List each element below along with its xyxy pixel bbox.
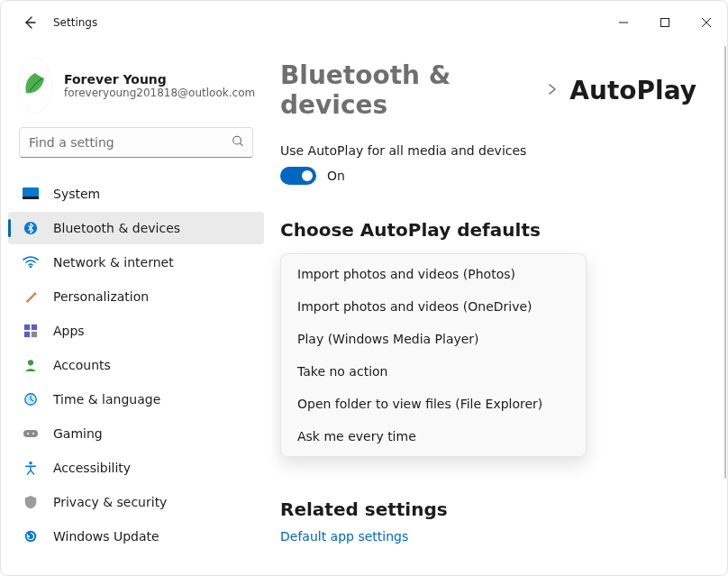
sidebar-item-label: Accounts: [53, 358, 111, 372]
sidebar-item-label: Personalization: [53, 289, 149, 304]
svg-rect-9: [32, 332, 37, 337]
profile-email: foreveryoung201818@outlook.com: [64, 87, 255, 99]
profile-text: Forever Young foreveryoung201818@outlook…: [64, 72, 255, 99]
sidebar-item-personalization[interactable]: Personalization: [8, 280, 264, 313]
sidebar: Forever Young foreveryoung201818@outlook…: [1, 44, 271, 575]
chevron-right-icon: [546, 82, 559, 99]
sidebar-item-label: Time & language: [53, 392, 160, 407]
person-icon: [23, 357, 39, 373]
svg-rect-6: [24, 325, 30, 330]
menu-item[interactable]: Import photos and videos (OneDrive): [281, 290, 586, 323]
svg-point-5: [30, 266, 32, 269]
svg-point-13: [27, 433, 29, 434]
system-icon: [23, 186, 39, 202]
close-icon: [702, 18, 711, 27]
titlebar: Settings: [1, 1, 727, 44]
svg-rect-0: [661, 19, 669, 27]
minimize-icon: [619, 18, 628, 27]
svg-point-14: [32, 433, 34, 434]
settings-window: Settings Fo: [0, 0, 728, 576]
profile-block[interactable]: Forever Young foreveryoung201818@outlook…: [1, 51, 271, 127]
sidebar-item-bluetooth-devices[interactable]: Bluetooth & devices: [8, 212, 264, 244]
autoplay-toggle-row: On: [280, 167, 696, 185]
sidebar-item-label: Bluetooth & devices: [53, 221, 180, 235]
update-icon: [23, 528, 39, 544]
default-app-settings-link[interactable]: Default app settings: [280, 529, 408, 544]
svg-point-16: [25, 531, 36, 542]
clock-globe-icon: [23, 391, 39, 407]
menu-item[interactable]: Ask me every time: [281, 420, 586, 453]
maximize-icon: [660, 18, 669, 27]
profile-name: Forever Young: [64, 72, 255, 87]
sidebar-item-windows-update[interactable]: Windows Update: [8, 520, 264, 553]
use-autoplay-label: Use AutoPlay for all media and devices: [280, 143, 696, 158]
sidebar-item-label: Apps: [53, 324, 85, 338]
svg-rect-8: [24, 332, 30, 337]
autoplay-toggle[interactable]: [280, 167, 316, 185]
paintbrush-icon: [23, 288, 39, 305]
maximize-button[interactable]: [644, 8, 686, 37]
search-icon: [232, 134, 244, 151]
sidebar-item-label: Accessibility: [53, 461, 131, 475]
sidebar-item-label: Windows Update: [53, 529, 159, 544]
scrollbar-thumb[interactable]: [724, 46, 726, 479]
autoplay-defaults-dropdown[interactable]: Import photos and videos (Photos) Import…: [280, 253, 587, 462]
sidebar-item-label: System: [53, 187, 100, 201]
sidebar-item-accessibility[interactable]: Accessibility: [8, 452, 264, 484]
avatar: [19, 59, 51, 113]
back-button[interactable]: [15, 8, 44, 37]
apps-icon: [23, 323, 39, 339]
svg-rect-12: [23, 430, 38, 437]
leaf-icon: [19, 69, 51, 102]
shield-icon: [23, 494, 39, 510]
back-arrow-icon: [23, 15, 37, 30]
main-content: Bluetooth & devices AutoPlay Use AutoPla…: [271, 44, 727, 575]
nav-list: System Bluetooth & devices Network & int…: [1, 167, 271, 575]
sidebar-item-system[interactable]: System: [8, 178, 264, 210]
related-heading: Related settings: [280, 498, 696, 520]
search-box: [19, 127, 253, 158]
autoplay-toggle-state: On: [327, 169, 345, 183]
window-title: Settings: [53, 16, 97, 29]
svg-point-1: [233, 136, 241, 144]
window-controls: [603, 8, 727, 37]
sidebar-item-label: Privacy & security: [53, 495, 167, 509]
sidebar-item-accounts[interactable]: Accounts: [8, 349, 264, 381]
sidebar-item-gaming[interactable]: Gaming: [8, 417, 264, 450]
sidebar-item-apps[interactable]: Apps: [8, 315, 264, 347]
menu-item[interactable]: Take no action: [281, 355, 586, 388]
sidebar-item-time-language[interactable]: Time & language: [8, 383, 264, 416]
sidebar-item-label: Network & internet: [53, 255, 174, 270]
sidebar-item-privacy-security[interactable]: Privacy & security: [8, 486, 264, 518]
wifi-icon: [23, 254, 39, 270]
sidebar-item-label: Gaming: [53, 426, 103, 441]
bluetooth-icon: [23, 220, 39, 236]
svg-rect-3: [23, 197, 39, 199]
svg-rect-7: [32, 325, 37, 330]
svg-point-15: [29, 462, 32, 465]
search-input[interactable]: [19, 127, 253, 158]
menu-item[interactable]: Play (Windows Media Player): [281, 323, 586, 355]
autoplay-options-menu: Import photos and videos (Photos) Import…: [280, 253, 587, 457]
sidebar-item-network[interactable]: Network & internet: [8, 246, 264, 279]
gamepad-icon: [23, 425, 39, 442]
menu-item[interactable]: Import photos and videos (Photos): [281, 258, 586, 290]
minimize-button[interactable]: [603, 8, 644, 37]
breadcrumb-parent[interactable]: Bluetooth & devices: [280, 60, 535, 120]
breadcrumb-current: AutoPlay: [569, 76, 696, 105]
defaults-heading: Choose AutoPlay defaults: [280, 219, 696, 241]
breadcrumb: Bluetooth & devices AutoPlay: [280, 60, 696, 120]
close-button[interactable]: [686, 8, 727, 37]
menu-item[interactable]: Open folder to view files (File Explorer…: [281, 388, 586, 420]
accessibility-icon: [23, 460, 39, 476]
svg-point-10: [28, 360, 33, 365]
scrollbar[interactable]: [723, 44, 727, 575]
